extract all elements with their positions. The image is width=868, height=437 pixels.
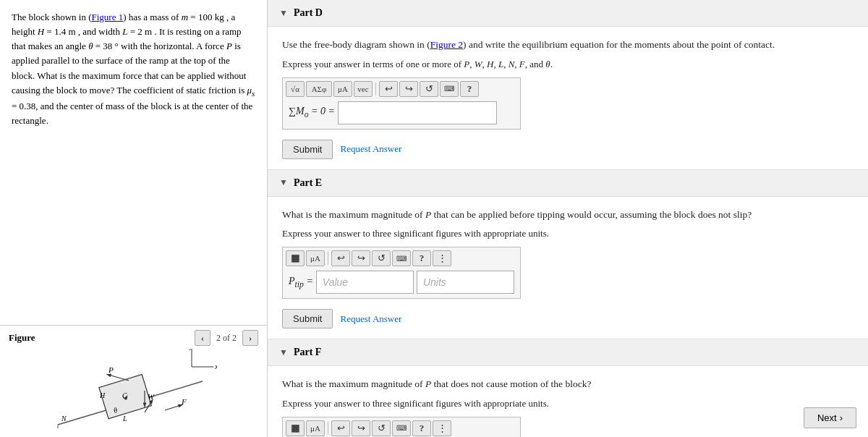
problem-description: The block shown in (Figure 1) has a mass…	[0, 0, 267, 325]
part-d-toolbar: √α ΑΣφ μA vec ↩ ↪ ↺ ⌨ ?	[286, 81, 517, 97]
toolbar-reset-btn[interactable]: ↺	[420, 81, 438, 97]
part-f-toolbar-more-btn[interactable]: ⋮	[433, 420, 451, 436]
part-d-input-row: ∑Mo = 0 =	[286, 100, 517, 126]
part-d-label: Part D	[294, 7, 323, 19]
part-f-toolbar-redo-btn[interactable]: ↪	[352, 420, 370, 436]
part-f-editor: ▦ μA ↩ ↪ ↺ ⌨ ? ⋮ Pmax =	[282, 417, 521, 437]
part-f-toolbar-keyboard-btn[interactable]: ⌨	[392, 420, 411, 436]
part-f-label: Part F	[294, 347, 321, 358]
part-f-sep1	[328, 422, 328, 435]
toolbar-redo-btn[interactable]: ↪	[399, 81, 418, 97]
figure-label: Figure	[9, 332, 35, 344]
part-d-question: Use the free-body diagram shown in (Figu…	[282, 37, 854, 53]
part-e-toolbar-keyboard-btn[interactable]: ⌨	[392, 250, 411, 266]
next-button-container: Next ›	[804, 407, 856, 428]
part-f-toolbar-reset-btn[interactable]: ↺	[372, 420, 391, 436]
part-d-equation-label: ∑Mo = 0 =	[289, 106, 335, 119]
part-e-toolbar-undo-btn[interactable]: ↩	[331, 250, 350, 266]
part-e-toolbar-redo-btn[interactable]: ↪	[352, 250, 370, 266]
part-e-content: What is the maximum magnitude of P that …	[268, 197, 868, 339]
part-d-actions: Submit Request Answer	[282, 140, 854, 159]
part-f-section: ▼ Part F What is the maximum magnitude o…	[268, 339, 868, 437]
part-f-toolbar-undo-btn[interactable]: ↩	[331, 420, 350, 436]
svg-text:H: H	[99, 391, 106, 399]
part-e-toolbar-more-btn[interactable]: ⋮	[433, 250, 451, 266]
part-e-toolbar-help-btn[interactable]: ?	[412, 250, 431, 266]
figure-section: Figure ‹ 2 of 2 › x y	[0, 325, 267, 437]
part-e-editor: ▦ μA ↩ ↪ ↺ ⌨ ? ⋮ Ptip =	[282, 247, 521, 299]
part-f-collapse-icon: ▼	[279, 347, 288, 358]
part-e-submit-button[interactable]: Submit	[282, 309, 333, 328]
svg-line-16	[165, 405, 181, 410]
svg-text:L: L	[122, 415, 127, 423]
part-e-subtext: Express your answer to three significant…	[282, 228, 854, 239]
figure1-link[interactable]: Figure 1	[91, 12, 123, 22]
part-e-units-input[interactable]	[417, 271, 514, 294]
part-e-actions: Submit Request Answer	[282, 309, 854, 328]
toolbar-mu-btn[interactable]: μA	[333, 81, 352, 97]
next-label: Next	[817, 412, 837, 423]
figure-navigation: ‹ 2 of 2 ›	[195, 330, 258, 346]
description-text: The block shown in (Figure 1) has a mass…	[12, 10, 255, 128]
part-d-subtext: Express your answer in terms of one or m…	[282, 59, 854, 70]
part-d-editor: √α ΑΣφ μA vec ↩ ↪ ↺ ⌨ ? ∑Mo = 0 =	[282, 77, 521, 130]
part-e-header[interactable]: ▼ Part E	[268, 170, 868, 197]
part-e-toolbar: ▦ μA ↩ ↪ ↺ ⌨ ? ⋮	[286, 250, 517, 266]
next-button[interactable]: Next ›	[804, 407, 856, 428]
part-d-section: ▼ Part D Use the free-body diagram shown…	[268, 0, 868, 170]
part-e-toolbar-mat-btn[interactable]: ▦	[286, 250, 305, 266]
part-d-collapse-icon: ▼	[279, 8, 288, 19]
part-f-question: What is the maximum magnitude of P that …	[282, 376, 854, 392]
toolbar-undo-btn[interactable]: ↩	[379, 81, 398, 97]
svg-text:N: N	[61, 415, 67, 423]
part-d-input[interactable]	[338, 101, 497, 124]
part-f-header[interactable]: ▼ Part F	[268, 339, 868, 366]
figure-diagram: x y G θ W	[51, 349, 217, 428]
left-panel: The block shown in (Figure 1) has a mass…	[0, 0, 268, 437]
toolbar-sep1	[375, 82, 376, 96]
part-d-submit-button[interactable]: Submit	[282, 140, 333, 159]
part-f-toolbar-help-btn[interactable]: ?	[412, 420, 431, 436]
part-e-toolbar-reset-btn[interactable]: ↺	[372, 250, 391, 266]
part-f-toolbar-mat-btn[interactable]: ▦	[286, 420, 305, 436]
toolbar-sqrt-btn[interactable]: √α	[286, 81, 305, 97]
toolbar-keyboard-btn[interactable]: ⌨	[440, 81, 459, 97]
diagram-container: x y G θ W	[0, 349, 267, 437]
part-d-content: Use the free-body diagram shown in (Figu…	[268, 27, 868, 169]
part-e-input-row: Ptip =	[286, 269, 517, 295]
toolbar-vec-btn[interactable]: vec	[354, 81, 373, 97]
part-e-toolbar-mu-btn[interactable]: μA	[306, 250, 325, 266]
svg-text:W: W	[148, 392, 155, 401]
toolbar-help-btn[interactable]: ?	[460, 81, 479, 97]
svg-text:F: F	[181, 397, 187, 406]
part-f-toolbar-mu-btn[interactable]: μA	[306, 420, 325, 436]
part-e-value-input[interactable]	[316, 271, 414, 294]
toolbar-greek-btn[interactable]: ΑΣφ	[306, 81, 332, 97]
part-d-header[interactable]: ▼ Part D	[268, 0, 868, 27]
figure-next-button[interactable]: ›	[242, 330, 258, 346]
part-e-request-answer-link[interactable]: Request Answer	[340, 313, 401, 325]
right-panel: ▼ Part D Use the free-body diagram shown…	[268, 0, 868, 437]
figure-count: 2 of 2	[216, 333, 237, 344]
figure-prev-button[interactable]: ‹	[195, 330, 210, 346]
part-f-subtext: Express your answer to three significant…	[282, 398, 854, 410]
part-e-collapse-icon: ▼	[279, 177, 288, 188]
part-e-label: Part E	[294, 177, 322, 189]
figure2-link[interactable]: Figure 2	[430, 39, 463, 50]
part-d-request-answer-link[interactable]: Request Answer	[340, 143, 401, 155]
next-arrow-icon: ›	[840, 412, 843, 423]
part-f-toolbar: ▦ μA ↩ ↪ ↺ ⌨ ? ⋮	[286, 420, 517, 436]
part-e-sep1	[328, 252, 328, 265]
svg-text:P: P	[108, 365, 114, 374]
part-e-section: ▼ Part E What is the maximum magnitude o…	[268, 170, 868, 340]
part-e-question: What is the maximum magnitude of P that …	[282, 207, 854, 223]
part-f-content: What is the maximum magnitude of P that …	[268, 366, 868, 437]
part-e-p-label: Ptip =	[289, 276, 313, 289]
svg-line-12	[109, 375, 129, 381]
svg-text:x: x	[214, 362, 217, 370]
svg-text:y: y	[189, 349, 193, 350]
